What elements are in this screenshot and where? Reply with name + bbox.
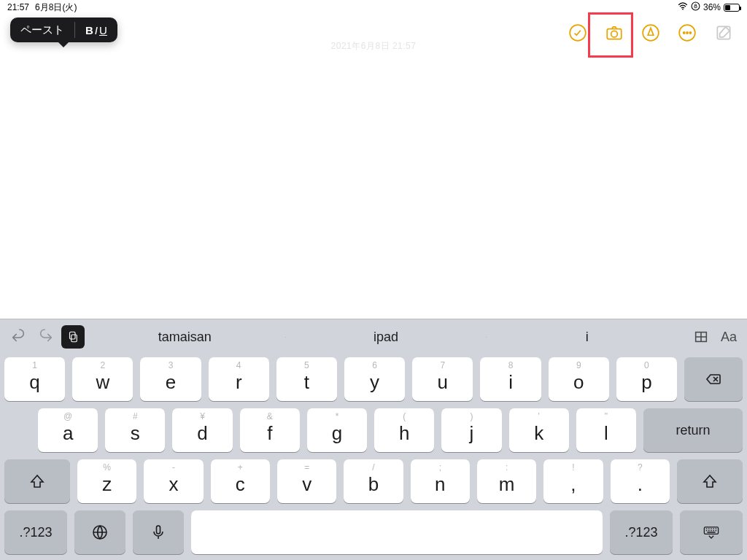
redo-button[interactable] xyxy=(32,322,60,351)
table-button[interactable] xyxy=(687,322,715,351)
key-t[interactable]: 5t xyxy=(276,357,337,401)
key-a[interactable]: @a xyxy=(38,408,98,452)
suggestion-bar: tamaisan ipad i Aa xyxy=(0,319,747,354)
status-date: 6月8日(火) xyxy=(35,1,77,14)
key-z[interactable]: %z xyxy=(77,459,136,503)
svg-point-8 xyxy=(684,32,685,34)
onscreen-keyboard: tamaisan ipad i Aa 1q2w3e4r5t6y7u8i9o0p … xyxy=(0,319,747,560)
key-i[interactable]: 8i xyxy=(480,357,541,401)
wifi-icon xyxy=(678,2,688,12)
status-bar: 21:57 6月8日(火) 36% xyxy=(0,0,747,15)
svg-rect-2 xyxy=(694,6,697,8)
key-v[interactable]: =v xyxy=(277,459,336,503)
return-key[interactable]: return xyxy=(643,408,743,452)
undo-button[interactable] xyxy=(4,322,32,351)
key-x[interactable]: -x xyxy=(144,459,203,503)
key-u[interactable]: 7u xyxy=(412,357,473,401)
key-o[interactable]: 9o xyxy=(549,357,609,401)
orientation-lock-icon xyxy=(691,1,700,13)
key-.[interactable]: ?. xyxy=(611,459,670,503)
key-j[interactable]: )j xyxy=(441,408,501,452)
key-h[interactable]: (h xyxy=(374,408,434,452)
key-p[interactable]: 0p xyxy=(616,357,677,401)
suggestion-1[interactable]: tamaisan xyxy=(85,330,285,345)
numsym-key-left[interactable]: .?123 xyxy=(4,510,67,554)
clipboard-button[interactable] xyxy=(60,322,85,351)
text-format-button[interactable]: Aa xyxy=(715,322,743,351)
svg-point-0 xyxy=(682,9,684,10)
key-l[interactable]: "l xyxy=(576,408,636,452)
underline-indicator: U xyxy=(99,24,107,36)
dictation-key[interactable] xyxy=(133,510,184,554)
suggestion-3[interactable]: i xyxy=(487,330,687,345)
suggestion-2[interactable]: ipad xyxy=(286,330,487,345)
hide-keyboard-key[interactable] xyxy=(680,510,743,554)
numsym-key-right[interactable]: .?123 xyxy=(610,510,673,554)
svg-rect-13 xyxy=(71,335,77,342)
svg-rect-16 xyxy=(157,526,160,534)
key-,[interactable]: !, xyxy=(543,459,603,503)
svg-point-1 xyxy=(692,2,700,10)
key-r[interactable]: 4r xyxy=(209,357,269,401)
italic-indicator: I xyxy=(95,24,98,36)
key-y[interactable]: 6y xyxy=(344,357,405,401)
bold-indicator: B xyxy=(85,24,93,36)
key-k[interactable]: 'k xyxy=(509,408,569,452)
battery-percent: 36% xyxy=(703,2,721,12)
key-g[interactable]: *g xyxy=(307,408,367,452)
key-q[interactable]: 1q xyxy=(4,357,65,401)
edit-menu-popover: ペースト B I U xyxy=(10,18,117,42)
key-e[interactable]: 3e xyxy=(140,357,201,401)
key-b[interactable]: /b xyxy=(344,459,403,503)
svg-rect-12 xyxy=(70,332,76,339)
status-time: 21:57 xyxy=(7,2,29,12)
key-m[interactable]: :m xyxy=(477,459,536,503)
format-biu-menu-item[interactable]: B I U xyxy=(75,18,117,42)
backspace-key[interactable] xyxy=(684,357,743,401)
paste-menu-item[interactable]: ペースト xyxy=(10,18,74,42)
key-d[interactable]: ¥d xyxy=(172,408,232,452)
key-c[interactable]: +c xyxy=(211,459,270,503)
key-w[interactable]: 2w xyxy=(72,357,133,401)
shift-key-left[interactable] xyxy=(4,459,70,503)
note-timestamp: 2021年6月8日 21:57 xyxy=(0,40,747,52)
globe-key[interactable] xyxy=(74,510,125,554)
shift-key-right[interactable] xyxy=(677,459,743,503)
space-key[interactable] xyxy=(191,510,603,554)
key-n[interactable]: ;n xyxy=(411,459,470,503)
battery-icon xyxy=(724,4,740,12)
key-s[interactable]: #s xyxy=(105,408,165,452)
svg-point-9 xyxy=(686,32,688,34)
key-f[interactable]: &f xyxy=(240,408,300,452)
svg-point-10 xyxy=(689,32,691,34)
